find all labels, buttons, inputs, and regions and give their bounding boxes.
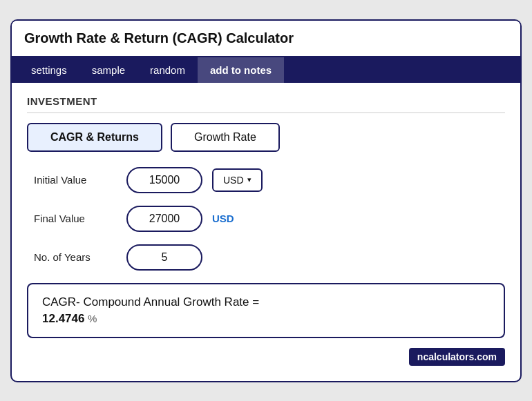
final-value-label: Final Value <box>27 213 117 224</box>
years-label: No. of Years <box>27 251 117 263</box>
section-label: INVESTMENT <box>27 95 505 113</box>
result-value-row: 12.4746 % <box>42 312 490 326</box>
result-box: CAGR- Compound Annual Growth Rate = 12.4… <box>27 283 505 338</box>
tab-bar: settings sample random add to notes <box>12 57 520 83</box>
years-input[interactable] <box>126 244 202 271</box>
brand-badge: ncalculators.com <box>409 348 505 366</box>
final-value-input[interactable] <box>126 206 202 232</box>
result-unit: % <box>88 313 97 324</box>
tab-random[interactable]: random <box>137 57 198 83</box>
currency-button[interactable]: USD ▾ <box>212 168 263 192</box>
tab-settings[interactable]: settings <box>19 57 79 83</box>
chevron-down-icon: ▾ <box>247 175 251 184</box>
final-value-row: Final Value USD <box>27 206 505 232</box>
initial-value-input[interactable] <box>126 167 202 193</box>
footer-brand: ncalculators.com <box>27 348 505 366</box>
result-label: CAGR- Compound Annual Growth Rate = <box>42 295 490 309</box>
mode-tab-growth[interactable]: Growth Rate <box>171 123 280 152</box>
title-bar: Growth Rate & Return (CAGR) Calculator <box>12 21 520 57</box>
initial-value-label: Initial Value <box>27 174 117 186</box>
mode-tab-cagr[interactable]: CAGR & Returns <box>27 123 162 152</box>
content-area: INVESTMENT CAGR & Returns Growth Rate In… <box>12 83 520 381</box>
initial-value-row: Initial Value USD ▾ <box>27 167 505 193</box>
calculator-container: Growth Rate & Return (CAGR) Calculator s… <box>10 19 522 382</box>
currency-text: USD <box>223 175 244 186</box>
tab-sample[interactable]: sample <box>79 57 137 83</box>
mode-tabs: CAGR & Returns Growth Rate <box>27 123 505 152</box>
years-row: No. of Years <box>27 244 505 271</box>
tab-add-to-notes[interactable]: add to notes <box>198 57 284 83</box>
currency-unit-label: USD <box>212 213 234 224</box>
page-title: Growth Rate & Return (CAGR) Calculator <box>24 30 508 46</box>
result-value: 12.4746 <box>42 312 84 325</box>
